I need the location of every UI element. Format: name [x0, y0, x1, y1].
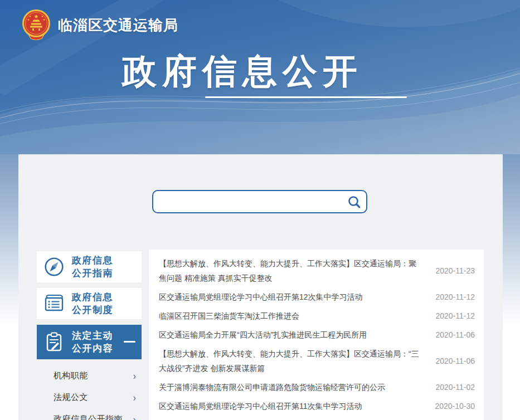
sidebar-sub-menu: 机构职能 › 法规公文 › 政府信息公开指南 › 规划计划 ›	[37, 365, 142, 420]
article-date: 2020-11-12	[432, 292, 475, 301]
search-box	[152, 190, 367, 213]
sidebar-item-label: 政府信息 公开指南	[72, 254, 113, 280]
search-icon	[347, 195, 361, 209]
page: ★ ★ ★ ★ ★ 临淄区交通运输局 政府信息公开	[0, 0, 520, 420]
article-row: 关于淄博润泰物流有限公司申请道路危险货物运输经营许可的公示 2020-11-02	[159, 378, 475, 397]
article-row: 区交通运输局党组理论学习中心组召开第11次集中学习活动 2020-10-30	[159, 397, 475, 416]
sidebar-link-regulations[interactable]: 法规公文 ›	[37, 387, 142, 408]
article-date: 2020-11-06	[432, 330, 475, 339]
article-date: 2020-10-30	[432, 402, 475, 411]
sidebar-link-disclosure-guide[interactable]: 政府信息公开指南 ›	[37, 408, 142, 420]
article-row: 区交通运输局党组理论学习中心组召开第12次集中学习活动 2020-11-12	[159, 287, 475, 306]
sidebar-link-org-functions[interactable]: 机构职能 ›	[37, 365, 142, 387]
collapse-minus-icon[interactable]	[124, 341, 135, 343]
content-panel: 政府信息 公开指南 政府信息 公开制度	[18, 154, 503, 420]
sidebar: 政府信息 公开指南 政府信息 公开制度	[37, 251, 142, 420]
svg-text:★: ★	[34, 13, 39, 19]
sidebar-link-label: 法规公文	[54, 392, 88, 403]
sidebar-item-gov-info-system[interactable]: 政府信息 公开制度	[37, 288, 142, 319]
sidebar-item-label: 政府信息 公开制度	[72, 291, 113, 316]
article-title-link[interactable]: 区交通运输局党组理论学习中心组召开第12次集中学习活动	[159, 290, 432, 304]
article-date: 2020-11-12	[432, 311, 475, 320]
article-title-link[interactable]: 【思想大解放、作风大转变、能力大提升、工作大落实】区交通运输局：聚焦问题 精准施…	[159, 256, 432, 285]
clipboard-pencil-icon	[43, 331, 65, 353]
book-icon	[43, 292, 65, 315]
article-row: 临淄区召开国三柴油货车淘汰工作推进会 2020-11-12	[159, 306, 475, 325]
article-date: 2020-11-23	[432, 266, 475, 275]
compass-icon	[43, 256, 65, 278]
page-title: 政府信息公开	[0, 48, 485, 95]
article-title-link[interactable]: 【思想大解放、作风大转变、能力大提升、工作大落实】区交通运输局：“三大战役”齐进…	[159, 346, 432, 375]
chevron-right-icon: ›	[133, 372, 136, 380]
search-button[interactable]	[345, 195, 366, 209]
sidebar-item-statutory-disclosure[interactable]: 法定主动 公开内容	[37, 325, 142, 359]
sidebar-item-label: 法定主动 公开内容	[72, 329, 113, 355]
article-date: 2020-11-02	[432, 383, 475, 392]
article-row: 【思想大解放、作风大转变、能力大提升、工作大落实】区交通运输局：“三大战役”齐进…	[159, 344, 475, 378]
site-brand: ★ ★ ★ ★ ★ 临淄区交通运输局	[21, 9, 178, 41]
article-title-link[interactable]: 区交通运输局全力开展“四大活动”扎实推进民生工程为民所用	[159, 328, 432, 342]
search-input[interactable]	[153, 191, 345, 212]
article-list: 【思想大解放、作风大转变、能力大提升、工作大落实】区交通运输局：聚焦问题 精准施…	[149, 250, 484, 420]
sidebar-link-label: 政府信息公开指南	[54, 414, 123, 420]
national-emblem-icon: ★ ★ ★ ★ ★	[21, 9, 51, 41]
svg-text:★: ★	[27, 18, 30, 21]
article-date: 2020-11-06	[432, 356, 475, 365]
chevron-right-icon: ›	[133, 416, 136, 420]
svg-text:★: ★	[43, 18, 46, 21]
article-row: 区交通运输局全力开展“四大活动”扎实推进民生工程为民所用 2020-11-06	[159, 325, 475, 344]
article-title-link[interactable]: 临淄区召开国三柴油货车淘汰工作推进会	[159, 309, 432, 323]
sidebar-link-label: 机构职能	[54, 370, 88, 381]
article-row: 【思想大解放、作风大转变、能力大提升、工作大落实】区交通运输局：聚焦问题 精准施…	[159, 254, 475, 287]
chevron-right-icon: ›	[133, 394, 136, 402]
site-name: 临淄区交通运输局	[58, 16, 178, 35]
article-title-link[interactable]: 关于淄博润泰物流有限公司申请道路危险货物运输经营许可的公示	[159, 380, 432, 394]
article-title-link[interactable]: 区交通运输局党组理论学习中心组召开第11次集中学习活动	[159, 399, 432, 413]
sidebar-item-gov-info-guide[interactable]: 政府信息 公开指南	[37, 251, 142, 282]
banner: ★ ★ ★ ★ ★ 临淄区交通运输局 政府信息公开	[0, 0, 520, 154]
title-underline	[205, 96, 407, 98]
